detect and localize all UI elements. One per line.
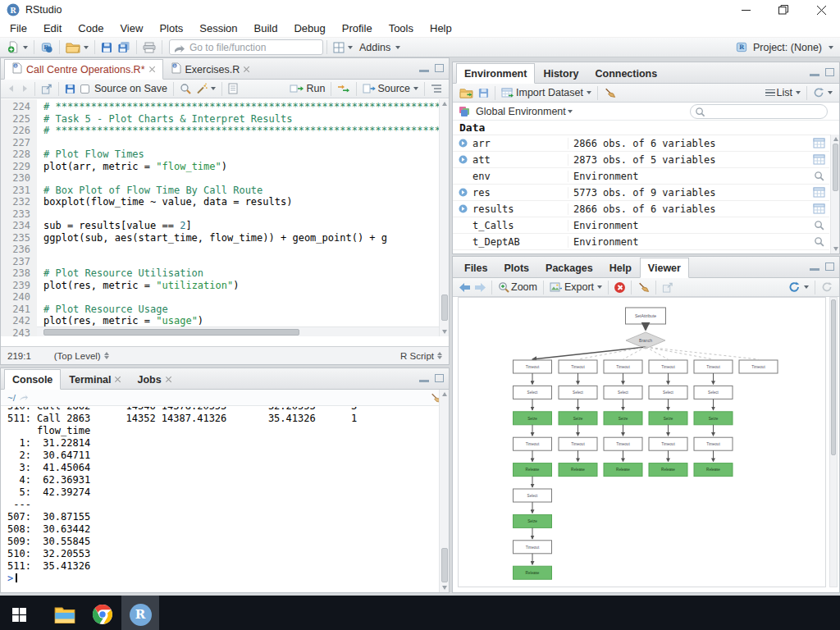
tab-help[interactable]: Help xyxy=(601,258,640,278)
menu-tools[interactable]: Tools xyxy=(381,20,422,37)
console-vertical-scrollbar[interactable] xyxy=(439,390,449,592)
list-view-button[interactable]: List xyxy=(763,84,803,101)
menu-profile[interactable]: Profile xyxy=(334,20,381,37)
menu-plots[interactable]: Plots xyxy=(151,20,191,37)
save-file-button[interactable] xyxy=(62,80,78,97)
code-line-230[interactable] xyxy=(43,172,439,185)
close-tab-icon[interactable] xyxy=(115,377,121,382)
close-button[interactable] xyxy=(802,0,840,20)
code-line-226[interactable]: # **************************************… xyxy=(43,125,439,137)
environment-object-env[interactable]: envEnvironment xyxy=(453,168,829,185)
code-line-242[interactable]: plot(res, metric = "usage") xyxy=(43,315,439,327)
code-line-231[interactable]: # Box Plot of Flow Time By Call Route xyxy=(43,185,439,197)
pane-minimize-icon[interactable] xyxy=(810,263,819,271)
pane-maximize-icon[interactable] xyxy=(435,64,444,72)
code-line-238[interactable]: # Plot Resource Utilisation xyxy=(43,267,439,280)
source-on-save-checkbox[interactable]: Source on Save xyxy=(78,80,170,97)
compile-report-button[interactable] xyxy=(226,80,240,97)
new-file-button[interactable] xyxy=(5,39,30,56)
view-table-icon[interactable] xyxy=(808,203,829,214)
viewer-vertical-scrollbar[interactable] xyxy=(829,297,838,587)
environment-object-t_DeptAB[interactable]: t_DeptABEnvironment xyxy=(453,234,829,250)
source-button[interactable]: Source xyxy=(360,80,421,97)
editor-hscroll-thumb[interactable] xyxy=(43,329,299,336)
source-tab-2[interactable]: RExercises.R xyxy=(163,59,258,80)
inspect-icon[interactable] xyxy=(808,171,829,181)
code-line-234[interactable]: sub = results[value == 2] xyxy=(43,220,439,232)
start-button[interactable] xyxy=(0,596,38,630)
menu-debug[interactable]: Debug xyxy=(285,20,333,37)
pane-minimize-icon[interactable] xyxy=(810,69,819,76)
environment-vertical-scrollbar[interactable] xyxy=(830,135,839,253)
load-workspace-button[interactable] xyxy=(457,84,476,101)
new-project-button[interactable]: R xyxy=(38,39,56,56)
tab-plots[interactable]: Plots xyxy=(496,258,538,278)
viewer-vscroll-thumb[interactable] xyxy=(831,299,836,455)
view-table-icon[interactable] xyxy=(808,138,829,148)
console-vscroll-thumb[interactable] xyxy=(441,548,448,582)
pane-maximize-icon[interactable] xyxy=(435,374,444,382)
pane-maximize-icon[interactable] xyxy=(825,262,834,271)
editor-horizontal-scrollbar[interactable] xyxy=(37,326,439,336)
run-button[interactable]: Run xyxy=(287,80,327,97)
scroll-up-icon[interactable] xyxy=(442,102,447,106)
expand-icon[interactable] xyxy=(453,188,472,197)
clear-viewer-button[interactable] xyxy=(635,279,652,295)
code-line-227[interactable] xyxy=(43,137,439,149)
editor-vertical-scrollbar[interactable] xyxy=(439,99,449,336)
view-table-icon[interactable] xyxy=(808,154,829,165)
find-replace-button[interactable] xyxy=(177,80,194,97)
environment-object-res[interactable]: res5773 obs. of 9 variables xyxy=(453,185,829,201)
close-tab-icon[interactable] xyxy=(166,377,171,382)
expand-icon[interactable] xyxy=(453,139,472,148)
restore-button[interactable] xyxy=(765,0,802,20)
minimize-button[interactable] xyxy=(727,0,765,20)
viewer-forward-button[interactable] xyxy=(472,279,488,295)
code-line-239[interactable]: plot(res, metric = "utilization") xyxy=(43,280,439,292)
source-tab-1[interactable]: RCall Centre Operations.R* xyxy=(4,59,163,80)
code-editor[interactable]: 2242252262272282292302312322332342352362… xyxy=(1,99,449,336)
file-type-indicator[interactable]: R Script xyxy=(400,351,434,361)
document-outline-button[interactable] xyxy=(428,80,445,97)
code-line-224[interactable]: # **************************************… xyxy=(43,101,439,113)
tab-jobs[interactable]: Jobs xyxy=(129,369,179,390)
scroll-up-icon[interactable] xyxy=(833,137,838,141)
code-line-232[interactable]: boxplot(flow_time ~ value, data = result… xyxy=(43,196,439,208)
editor-code-area[interactable]: # **************************************… xyxy=(43,99,439,336)
environment-scope-selector[interactable]: Global Environment xyxy=(476,106,566,117)
sync-viewer-button[interactable] xyxy=(786,279,811,295)
project-menu-button[interactable]: R Project: (None) xyxy=(735,41,833,53)
menu-session[interactable]: Session xyxy=(191,20,245,37)
code-line-237[interactable] xyxy=(43,256,439,268)
code-tools-button[interactable] xyxy=(194,80,218,97)
pane-minimize-icon[interactable] xyxy=(419,375,429,382)
tab-files[interactable]: Files xyxy=(456,258,496,278)
code-line-241[interactable]: # Plot Resource Usage xyxy=(43,304,439,316)
refresh-environment-button[interactable] xyxy=(810,84,835,101)
scroll-down-icon[interactable] xyxy=(442,586,447,590)
pane-maximize-icon[interactable] xyxy=(825,68,834,76)
environment-search-input[interactable] xyxy=(690,104,828,119)
environment-object-results[interactable]: results2866 obs. of 6 variables xyxy=(453,201,829,217)
scroll-down-icon[interactable] xyxy=(833,247,838,251)
console-cursor[interactable] xyxy=(16,573,17,582)
save-workspace-button[interactable] xyxy=(476,84,491,101)
pane-layout-button[interactable] xyxy=(331,39,355,56)
import-dataset-button[interactable]: Import Dataset xyxy=(499,84,594,101)
environment-vscroll-thumb[interactable] xyxy=(833,144,838,191)
menu-file[interactable]: File xyxy=(2,20,35,37)
rerun-button[interactable] xyxy=(335,80,353,97)
taskbar-rstudio[interactable]: R xyxy=(121,596,159,630)
tab-viewer[interactable]: Viewer xyxy=(640,258,689,278)
pane-minimize-icon[interactable] xyxy=(419,65,429,72)
save-button[interactable] xyxy=(98,39,115,56)
taskbar-file-explorer[interactable] xyxy=(46,596,84,630)
view-table-icon[interactable] xyxy=(808,187,829,198)
environment-object-att[interactable]: att2873 obs. of 5 variables xyxy=(453,152,829,168)
expand-icon[interactable] xyxy=(453,155,472,164)
scroll-down-icon[interactable] xyxy=(442,330,447,334)
open-file-button[interactable] xyxy=(63,39,91,56)
menu-help[interactable]: Help xyxy=(422,20,460,37)
code-line-236[interactable] xyxy=(43,244,439,256)
nav-back-button[interactable] xyxy=(5,80,18,97)
